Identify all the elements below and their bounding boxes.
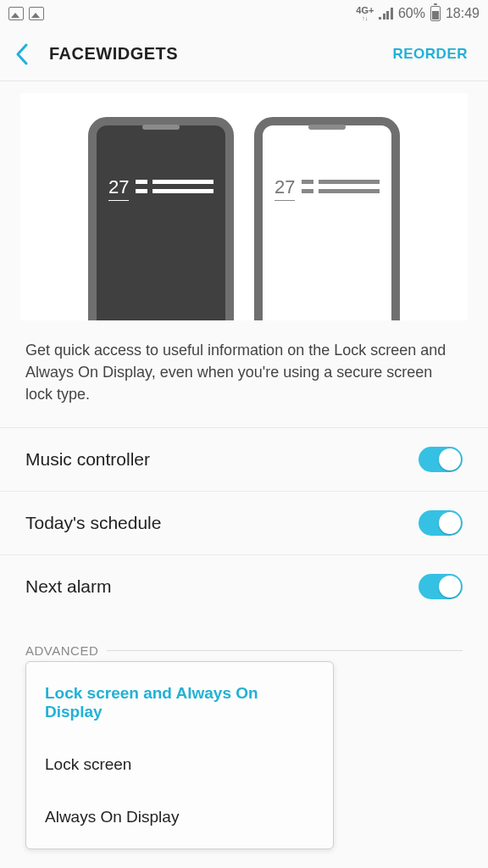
status-notifications bbox=[8, 7, 44, 20]
display-mode-dropdown: Lock screen and Always On Display Lock s… bbox=[25, 661, 334, 849]
dropdown-option[interactable]: Lock screen and Always On Display bbox=[26, 667, 333, 738]
dropdown-option[interactable]: Always On Display bbox=[26, 791, 333, 843]
clock: 18:49 bbox=[446, 6, 480, 21]
toggle-row-music[interactable]: Music controller bbox=[0, 427, 488, 491]
status-bar: 4G+↑↓ 60% 18:49 bbox=[0, 0, 488, 27]
image-icon bbox=[29, 7, 44, 20]
description-text: Get quick access to useful information o… bbox=[0, 320, 488, 427]
battery-percent: 60% bbox=[398, 6, 425, 21]
signal-icon bbox=[379, 8, 393, 19]
toggle-label: Next alarm bbox=[25, 576, 112, 597]
reorder-button[interactable]: REORDER bbox=[392, 46, 468, 63]
toggle-switch[interactable] bbox=[419, 574, 463, 599]
preview-illustration: 27 27 bbox=[20, 93, 468, 320]
back-button[interactable] bbox=[15, 43, 29, 65]
phone-dark-mockup: 27 bbox=[88, 117, 234, 320]
toggle-row-alarm[interactable]: Next alarm bbox=[0, 554, 488, 618]
section-header-advanced: ADVANCED bbox=[0, 618, 488, 665]
network-type: 4G+↑↓ bbox=[356, 6, 374, 21]
phone-light-mockup: 27 bbox=[254, 117, 400, 320]
toggle-switch[interactable] bbox=[419, 510, 463, 536]
toggle-switch[interactable] bbox=[419, 447, 463, 472]
toggle-label: Music controller bbox=[25, 449, 150, 470]
dropdown-option[interactable]: Lock screen bbox=[26, 738, 333, 791]
app-header: FACEWIDGETS REORDER bbox=[0, 27, 488, 81]
toggle-label: Today's schedule bbox=[25, 513, 161, 533]
page-title: FACEWIDGETS bbox=[49, 44, 392, 64]
preview-date: 27 bbox=[274, 176, 295, 198]
preview-date: 27 bbox=[108, 176, 129, 198]
battery-icon bbox=[430, 6, 441, 21]
status-right: 4G+↑↓ 60% 18:49 bbox=[356, 6, 480, 21]
image-icon bbox=[8, 7, 24, 20]
toggle-row-schedule[interactable]: Today's schedule bbox=[0, 491, 488, 554]
